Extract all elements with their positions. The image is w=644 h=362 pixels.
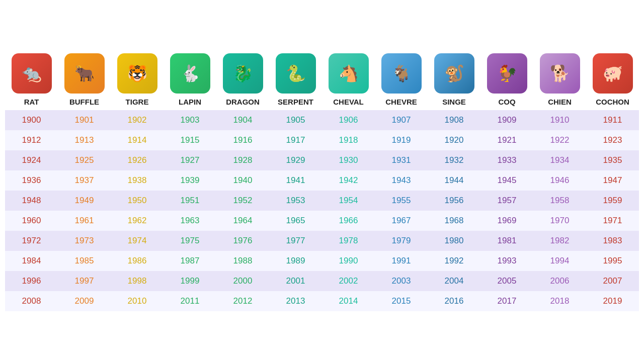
year-cell: 1962 [111,211,164,231]
icon-chien: 🐕 [540,53,580,94]
icon-cell-chien: 🐕 [533,51,586,96]
year-cell: 1963 [164,211,216,231]
zodiac-table: 🐀🐂🐯🐇🐉🐍🐴🐐🐒🐓🐕🐖 RATBUFFLETIGRELAPINDRAGONSE… [5,51,639,311]
year-cell: 2018 [533,291,586,311]
year-cell: 1965 [269,211,322,231]
year-cell: 1982 [533,231,586,251]
label-lapin: LAPIN [164,96,216,110]
year-cell: 1957 [480,191,533,211]
year-cell: 2017 [480,291,533,311]
year-cell: 1989 [269,251,322,271]
year-cell: 2007 [586,271,639,291]
table-row: 1972197319741975197619771978197919801981… [5,231,639,251]
year-cell: 1919 [375,130,428,150]
year-cell: 1984 [5,251,58,271]
label-buffle: BUFFLE [58,96,111,110]
year-cell: 1988 [216,251,269,271]
year-cell: 1933 [480,150,533,170]
year-cell: 1935 [586,150,639,170]
year-cell: 1907 [375,110,428,130]
year-cell: 1918 [322,130,375,150]
year-cell: 1983 [586,231,639,251]
icon-cell-tigre: 🐯 [111,51,164,96]
year-cell: 1901 [58,110,111,130]
year-cell: 2008 [5,291,58,311]
year-cell: 1950 [111,191,164,211]
year-cell: 1969 [480,211,533,231]
year-cell: 1952 [216,191,269,211]
year-cell: 1941 [269,170,322,191]
year-cell: 1981 [480,231,533,251]
year-cell: 1911 [586,110,639,130]
year-cell: 1960 [5,211,58,231]
year-cell: 1968 [428,211,480,231]
year-cell: 1926 [111,150,164,170]
icon-cell-singe: 🐒 [428,51,480,96]
year-cell: 1900 [5,110,58,130]
year-cell: 2016 [428,291,480,311]
year-cell: 1997 [58,271,111,291]
year-cell: 1973 [58,231,111,251]
label-rat: RAT [5,96,58,110]
year-cell: 1980 [428,231,480,251]
label-cochon: COCHON [586,96,639,110]
year-cell: 1976 [216,231,269,251]
year-cell: 1915 [164,130,216,150]
year-cell: 1975 [164,231,216,251]
table-row: 1948194919501951195219531954195519561957… [5,191,639,211]
year-cell: 2015 [375,291,428,311]
year-cell: 2004 [428,271,480,291]
year-cell: 1992 [428,251,480,271]
year-cell: 1974 [111,231,164,251]
icon-buffle: 🐂 [64,53,105,94]
year-cell: 1910 [533,110,586,130]
icon-tigre: 🐯 [117,53,157,94]
year-cell: 1946 [533,170,586,191]
year-cell: 1971 [586,211,639,231]
year-cell: 2014 [322,291,375,311]
year-cell: 1945 [480,170,533,191]
year-cell: 1934 [533,150,586,170]
year-cell: 2005 [480,271,533,291]
icon-rat: 🐀 [12,53,52,94]
year-cell: 2001 [269,271,322,291]
year-cell: 1949 [58,191,111,211]
year-cell: 2019 [586,291,639,311]
year-cell: 1956 [428,191,480,211]
table-row: 1996199719981999200020012002200320042005… [5,271,639,291]
table-row: 1924192519261927192819291930193119321933… [5,150,639,170]
year-cell: 1985 [58,251,111,271]
year-cell: 1951 [164,191,216,211]
year-cell: 1914 [111,130,164,150]
year-cell: 1930 [322,150,375,170]
year-cell: 1905 [269,110,322,130]
year-cell: 1942 [322,170,375,191]
year-cell: 1916 [216,130,269,150]
year-cell: 1970 [533,211,586,231]
year-cell: 1909 [480,110,533,130]
year-cell: 1987 [164,251,216,271]
year-cell: 1943 [375,170,428,191]
icon-cochon: 🐖 [593,53,633,94]
year-cell: 2013 [269,291,322,311]
icon-cell-buffle: 🐂 [58,51,111,96]
year-cell: 1994 [533,251,586,271]
year-cell: 1927 [164,150,216,170]
year-cell: 1959 [586,191,639,211]
year-cell: 1902 [111,110,164,130]
label-cheval: CHEVAL [322,96,375,110]
icon-cell-cheval: 🐴 [322,51,375,96]
year-cell: 1939 [164,170,216,191]
label-tigre: TIGRE [111,96,164,110]
year-cell: 2003 [375,271,428,291]
year-cell: 2006 [533,271,586,291]
year-cell: 1923 [586,130,639,150]
icon-lapin: 🐇 [170,53,210,94]
year-cell: 1924 [5,150,58,170]
year-cell: 1978 [322,231,375,251]
year-cell: 1958 [533,191,586,211]
icon-coq: 🐓 [487,53,527,94]
icon-serpent: 🐍 [276,53,316,94]
year-cell: 2002 [322,271,375,291]
icon-cell-rat: 🐀 [5,51,58,96]
